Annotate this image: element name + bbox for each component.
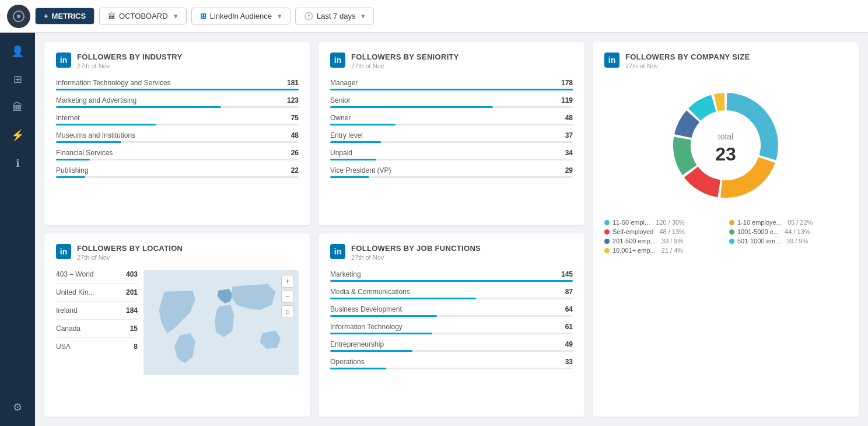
company-size-card-date: 27th of Nov	[625, 62, 750, 69]
map-zoom-out-button[interactable]: −	[281, 290, 294, 303]
bar-label: Business Development	[330, 305, 402, 313]
sidebar-item-bolt[interactable]: ⚡	[5, 123, 30, 148]
seniority-bars: Manager 178 Senior 119 Owner 48	[330, 79, 573, 178]
chevron-down-icon-3: ▾	[361, 12, 365, 20]
bar-value: 145	[561, 270, 573, 278]
sidebar-item-bank[interactable]: 🏛	[5, 95, 30, 120]
bar-fill	[330, 106, 493, 108]
sidebar-item-info[interactable]: ℹ	[5, 151, 30, 176]
legend-label: 10,001+ emp...	[612, 247, 656, 254]
sidebar-item-settings[interactable]: ⚙	[5, 394, 30, 420]
legend-item: 501-1000 em... 39 / 9%	[729, 238, 847, 245]
chevron-down-icon: ▾	[174, 12, 178, 20]
bar-label: Vice President (VP)	[330, 166, 391, 174]
bar-row: Senior 119	[330, 96, 573, 108]
octoboard-dropdown[interactable]: 🏛 OCTOBOARD ▾	[99, 8, 187, 25]
bar-track	[330, 333, 573, 334]
donut-chart: total 23	[662, 81, 790, 209]
bar-value: 119	[561, 96, 573, 104]
bar-label: Entry level	[330, 131, 363, 139]
bar-value: 123	[287, 96, 299, 104]
world-map	[144, 270, 299, 375]
legend-dot	[729, 239, 734, 244]
octoboard-label: OCTOBOARD	[119, 12, 168, 20]
map-home-button[interactable]: ⌂	[281, 305, 294, 318]
map-zoom-in-button[interactable]: +	[281, 275, 294, 288]
bar-row: Vice President (VP) 29	[330, 166, 573, 178]
bar-track	[330, 159, 573, 160]
followers-location-card: in FOLLOWERS BY LOCATION 27th of Nov 403…	[44, 233, 310, 417]
location-name: Ireland	[56, 306, 78, 315]
donut-total-value: 23	[715, 144, 736, 165]
bar-track	[56, 106, 299, 108]
bar-label: Internet	[56, 114, 80, 122]
bar-value: 22	[291, 166, 299, 174]
linkedin-icon-industry: in	[56, 53, 71, 68]
job-card-title: FOLLOWERS BY JOB FUNCTIONS	[351, 244, 481, 253]
bar-value: 178	[561, 79, 573, 87]
industry-card-date: 27th of Nov	[77, 62, 182, 69]
legend-item: 1001-5000 e... 44 / 13%	[729, 228, 847, 235]
bar-label: Manager	[330, 79, 358, 87]
bar-fill	[56, 106, 221, 108]
location-name: USA	[56, 343, 71, 351]
location-count: 15	[130, 324, 138, 333]
legend-value: 39 / 9%	[785, 238, 808, 245]
bar-fill	[330, 350, 412, 352]
legend-label: 501-1000 em...	[737, 238, 780, 245]
bar-row: Business Development 64	[330, 305, 573, 317]
app-logo	[7, 5, 30, 28]
bar-value: 48	[565, 114, 573, 122]
legend-label: 1001-5000 e...	[737, 228, 779, 235]
bar-label: Publishing	[56, 166, 88, 174]
sidebar-item-user[interactable]: 👤	[5, 39, 30, 64]
donut-wrapper: total 23	[604, 81, 847, 209]
clock-icon: 🕐	[304, 12, 313, 20]
bar-fill	[56, 176, 85, 178]
bar-label: Financial Services	[56, 149, 113, 157]
location-name: United Kin...	[56, 288, 94, 296]
bar-track	[330, 315, 573, 317]
bar-label: Operations	[330, 358, 365, 366]
job-card-date: 27th of Nov	[351, 254, 481, 261]
location-name: 403 – World	[56, 270, 93, 278]
bar-label: Senior	[330, 96, 351, 104]
bar-track	[330, 280, 573, 282]
industry-card-title: FOLLOWERS BY INDUSTRY	[77, 53, 182, 61]
location-card-date: 27th of Nov	[77, 254, 183, 261]
legend-item: 11-50 empl... 120 / 30%	[604, 219, 722, 226]
bar-fill	[330, 89, 573, 90]
bar-track	[56, 176, 299, 178]
linkedin-dropdown[interactable]: ⊞ LinkedIn Audience ▾	[191, 8, 290, 25]
legend-value: 85 / 22%	[786, 219, 813, 226]
legend-item: 1-10 employe... 85 / 22%	[729, 219, 847, 226]
bar-fill	[56, 159, 90, 160]
metrics-button[interactable]: + METRICS	[35, 8, 94, 25]
legend-dot	[729, 220, 734, 225]
sidebar-item-dashboard[interactable]: ⊞	[5, 67, 30, 92]
donut-segment	[673, 137, 697, 175]
industry-card-header: in FOLLOWERS BY INDUSTRY 27th of Nov	[56, 53, 299, 69]
bar-track	[330, 141, 573, 143]
bar-value: 181	[287, 79, 299, 87]
bar-fill	[330, 333, 432, 334]
bar-fill	[56, 89, 299, 90]
bar-fill	[330, 315, 437, 317]
legend-value: 39 / 9%	[660, 238, 683, 245]
seniority-card-header: in FOLLOWERS BY SENIORITY 27th of Nov	[330, 53, 573, 69]
linkedin-icon-company: in	[604, 53, 620, 68]
metrics-label: METRICS	[52, 12, 86, 20]
bar-row: Financial Services 26	[56, 149, 299, 160]
bar-row: Entry level 37	[330, 131, 573, 143]
timerange-label: Last 7 days	[317, 12, 356, 20]
location-row: 403 – World 403	[56, 270, 138, 284]
donut-segment	[714, 93, 725, 111]
location-count: 8	[134, 343, 138, 351]
legend-value: 48 / 13%	[657, 228, 684, 235]
bar-label: Media & Communications	[330, 288, 410, 296]
bar-track	[330, 368, 573, 369]
timerange-dropdown[interactable]: 🕐 Last 7 days ▾	[295, 8, 374, 25]
job-bars: Marketing 145 Media & Communications 87 …	[330, 270, 573, 369]
legend-value: 44 / 13%	[783, 228, 810, 235]
company-size-card-header: in FOLLOWERS BY COMPANY SIZE 27th of Nov	[604, 53, 847, 69]
